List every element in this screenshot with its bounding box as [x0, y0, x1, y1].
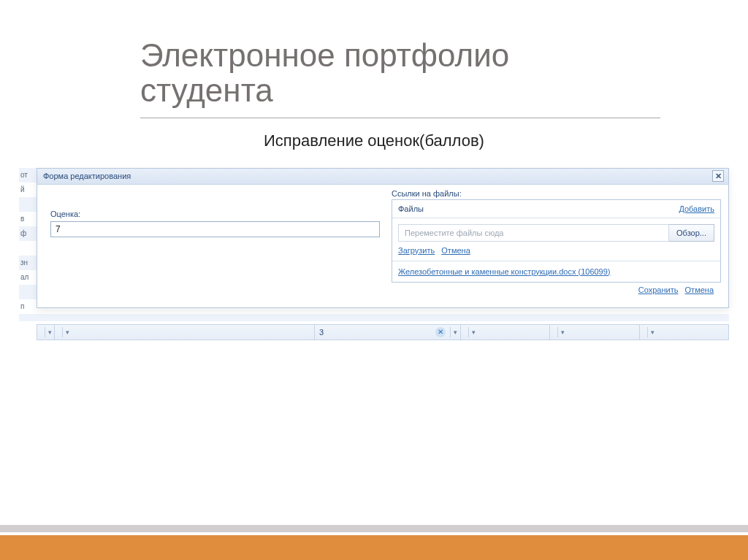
browse-button[interactable]: Обзор...: [669, 224, 714, 242]
files-link-label: Ссылки на файлы:: [392, 189, 462, 198]
footer-bar: [0, 532, 748, 560]
grade-label: Оценка:: [50, 210, 380, 218]
close-button[interactable]: ✕: [712, 170, 724, 182]
chevron-down-icon: ▾: [557, 327, 568, 337]
filter-cell-4[interactable]: ▾: [550, 325, 639, 340]
files-panel: Файлы Добавить Переместите файлы сюда Об…: [392, 199, 721, 283]
close-icon: ✕: [715, 172, 722, 181]
chevron-down-icon: ▾: [45, 327, 54, 337]
attachment-link[interactable]: Железобетонные и каменные конструкции.do…: [398, 267, 611, 276]
footer-strip: [0, 525, 748, 532]
filter-cell-value[interactable]: 3 ✕ ▾: [315, 325, 461, 340]
close-icon: ✕: [438, 328, 443, 336]
chevron-down-icon: ▾: [647, 327, 657, 337]
filter-cell-5[interactable]: ▾: [640, 325, 728, 340]
chevron-down-icon: ▾: [468, 327, 478, 337]
clear-filter-button[interactable]: ✕: [435, 327, 446, 337]
slide-subtitle: Исправление оценок(баллов): [0, 131, 748, 150]
grid-filter-row: ▾ ▾ 3 ✕ ▾ ▾ ▾ ▾: [37, 324, 729, 340]
files-header-text: Файлы: [398, 204, 424, 213]
chevron-down-icon: ▾: [62, 327, 72, 337]
save-link[interactable]: Сохранить: [638, 285, 679, 294]
slide-title-line2: студента: [140, 72, 273, 108]
upload-link[interactable]: Загрузить: [398, 246, 435, 255]
file-dropzone[interactable]: Переместите файлы сюда: [398, 224, 669, 242]
edit-form-dialog: Форма редактирования ✕ Оценка: Ссылки на…: [37, 168, 729, 308]
cancel-link[interactable]: Отмена: [685, 285, 714, 294]
chevron-down-icon: ▾: [450, 327, 460, 337]
filter-cell-1[interactable]: ▾: [55, 325, 315, 340]
filter-cell-3[interactable]: ▾: [461, 325, 550, 340]
background-row-labels: от й в ф зн ал п: [19, 168, 37, 314]
slide-title-line1: Электронное портфолио: [140, 37, 509, 73]
filter-rowselect[interactable]: ▾: [37, 325, 55, 340]
dropzone-placeholder: Переместите файлы сюда: [405, 229, 503, 237]
dialog-titlebar[interactable]: Форма редактирования ✕: [37, 169, 728, 185]
filter-value: 3: [319, 328, 324, 337]
dialog-title: Форма редактирования: [43, 172, 131, 180]
grade-input[interactable]: [50, 221, 380, 237]
add-file-link[interactable]: Добавить: [679, 204, 714, 213]
upload-cancel-link[interactable]: Отмена: [441, 246, 470, 255]
slide-title: Электронное портфолио студента: [140, 0, 660, 118]
dialog-footer: Сохранить Отмена: [392, 283, 721, 300]
